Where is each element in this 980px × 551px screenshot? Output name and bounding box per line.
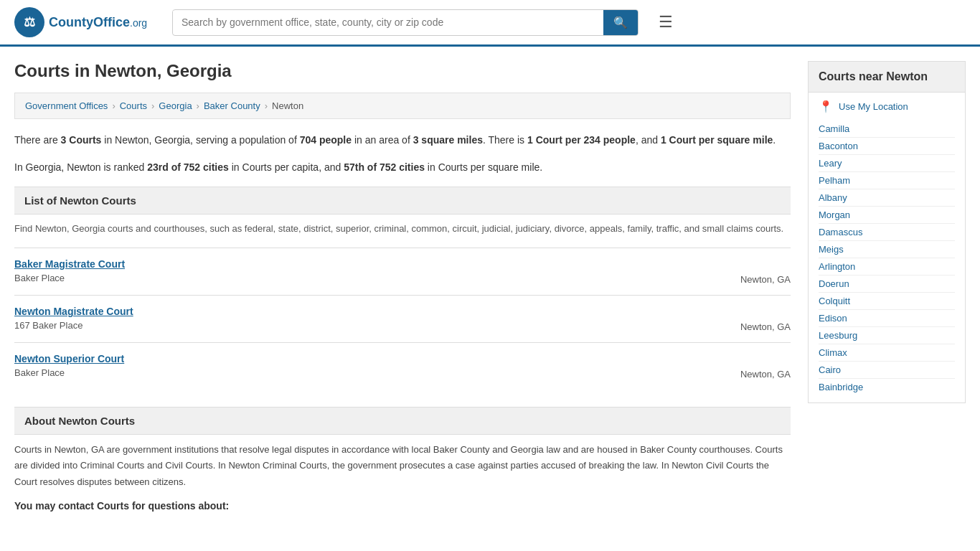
sidebar-city-pelham[interactable]: Pelham (819, 172, 955, 189)
court-location-3: Newton, GA (726, 369, 791, 380)
use-my-location-button[interactable]: 📍 Use My Location (819, 100, 955, 113)
sidebar-city-leesburg[interactable]: Leesburg (819, 327, 955, 344)
court-listing-2: Newton Magistrate Court 167 Baker Place … (14, 295, 791, 342)
logo-area: ⚖ CountyOffice.org (14, 7, 158, 37)
logo-icon: ⚖ (14, 7, 44, 37)
content-area: Courts in Newton, Georgia Government Off… (14, 61, 791, 512)
description-para2: In Georgia, Newton is ranked 23rd of 752… (14, 159, 791, 176)
breadcrumb-georgia[interactable]: Georgia (159, 100, 192, 111)
courts-count: 3 Courts (61, 134, 102, 146)
breadcrumb-baker-county[interactable]: Baker County (204, 100, 260, 111)
description-para1: There are 3 Courts in Newton, Georgia, s… (14, 132, 791, 149)
court-row-2: Newton Magistrate Court 167 Baker Place … (14, 306, 791, 332)
about-section-title: About Newton Courts (24, 415, 135, 427)
population: 704 people (300, 134, 352, 146)
sidebar-city-arlington[interactable]: Arlington (819, 258, 955, 276)
sidebar-box: Courts near Newton 📍 Use My Location Cam… (808, 61, 966, 403)
logo-text: CountyOffice.org (49, 15, 147, 30)
breadcrumb-sep-2: › (151, 100, 154, 111)
page-title: Courts in Newton, Georgia (14, 61, 791, 81)
court-info-2: Newton Magistrate Court 167 Baker Place (14, 306, 133, 331)
breadcrumb-sep-3: › (197, 100, 199, 111)
search-input[interactable] (173, 11, 603, 34)
sidebar-city-meigs[interactable]: Meigs (819, 241, 955, 258)
list-section-title: List of Newton Courts (24, 194, 136, 207)
area: 3 square miles (413, 134, 483, 146)
breadcrumb-sep-4: › (265, 100, 268, 111)
breadcrumb-courts[interactable]: Courts (120, 100, 147, 111)
breadcrumb-gov-offices[interactable]: Government Offices (25, 100, 108, 111)
rank1: 23rd of 752 cities (147, 161, 229, 173)
sidebar-city-bainbridge[interactable]: Bainbridge (819, 379, 955, 395)
court-name-2[interactable]: Newton Magistrate Court (14, 306, 133, 317)
sidebar: Courts near Newton 📍 Use My Location Cam… (808, 61, 966, 512)
location-pin-icon: 📍 (819, 100, 833, 113)
court-location-2: Newton, GA (726, 321, 791, 332)
court-address-1: Baker Place (14, 273, 125, 283)
about-section-header: About Newton Courts (14, 407, 791, 435)
use-my-location-label: Use My Location (839, 101, 908, 112)
menu-icon: ☰ (659, 13, 673, 31)
court-info-1: Baker Magistrate Court Baker Place (14, 258, 125, 283)
sidebar-city-leary[interactable]: Leary (819, 155, 955, 172)
list-section-desc: Find Newton, Georgia courts and courthou… (14, 222, 791, 237)
search-icon: 🔍 (613, 17, 628, 29)
sidebar-nearby-cities: CamillaBacontonLearyPelhamAlbanyMorganDa… (819, 121, 955, 395)
sidebar-city-edison[interactable]: Edison (819, 310, 955, 327)
breadcrumb-sep-1: › (112, 100, 115, 111)
court-row-3: Newton Superior Court Baker Place Newton… (14, 353, 791, 380)
menu-button[interactable]: ☰ (653, 10, 679, 34)
per-sqmile: 1 Court per square mile (661, 134, 773, 146)
sidebar-city-damascus[interactable]: Damascus (819, 224, 955, 241)
court-location-1: Newton, GA (726, 274, 791, 285)
rank2: 57th of 752 cities (344, 161, 425, 173)
search-button[interactable]: 🔍 (603, 10, 638, 35)
court-address-2: 167 Baker Place (14, 320, 133, 331)
sidebar-city-climax[interactable]: Climax (819, 344, 955, 362)
per-capita: 1 Court per 234 people (527, 134, 636, 146)
main-container: Courts in Newton, Georgia Government Off… (0, 47, 980, 526)
sidebar-content: 📍 Use My Location CamillaBacontonLearyPe… (809, 93, 965, 402)
court-listing-3: Newton Superior Court Baker Place Newton… (14, 342, 791, 390)
site-header: ⚖ CountyOffice.org 🔍 ☰ (0, 0, 980, 47)
sidebar-city-camilla[interactable]: Camilla (819, 121, 955, 138)
court-address-3: Baker Place (14, 367, 124, 378)
sidebar-title: Courts near Newton (809, 62, 965, 93)
sidebar-city-morgan[interactable]: Morgan (819, 207, 955, 224)
breadcrumb: Government Offices › Courts › Georgia › … (14, 93, 791, 119)
about-subtitle: You may contact Courts for questions abo… (14, 500, 791, 512)
list-section-header: List of Newton Courts (14, 187, 791, 215)
breadcrumb-newton: Newton (272, 100, 303, 111)
court-name-3[interactable]: Newton Superior Court (14, 353, 124, 364)
court-listing-1: Baker Magistrate Court Baker Place Newto… (14, 248, 791, 295)
court-row-1: Baker Magistrate Court Baker Place Newto… (14, 258, 791, 285)
sidebar-city-albany[interactable]: Albany (819, 189, 955, 207)
sidebar-city-baconton[interactable]: Baconton (819, 138, 955, 155)
sidebar-city-doerun[interactable]: Doerun (819, 276, 955, 293)
about-text: Courts in Newton, GA are government inst… (14, 442, 791, 489)
sidebar-city-cairo[interactable]: Cairo (819, 362, 955, 379)
court-info-3: Newton Superior Court Baker Place (14, 353, 124, 378)
court-name-1[interactable]: Baker Magistrate Court (14, 258, 125, 270)
logo-office: Office (93, 15, 130, 29)
search-area: 🔍 (172, 9, 639, 36)
sidebar-city-colquitt[interactable]: Colquitt (819, 293, 955, 310)
logo-county: County (49, 15, 93, 29)
logo-domain: .org (130, 17, 147, 29)
